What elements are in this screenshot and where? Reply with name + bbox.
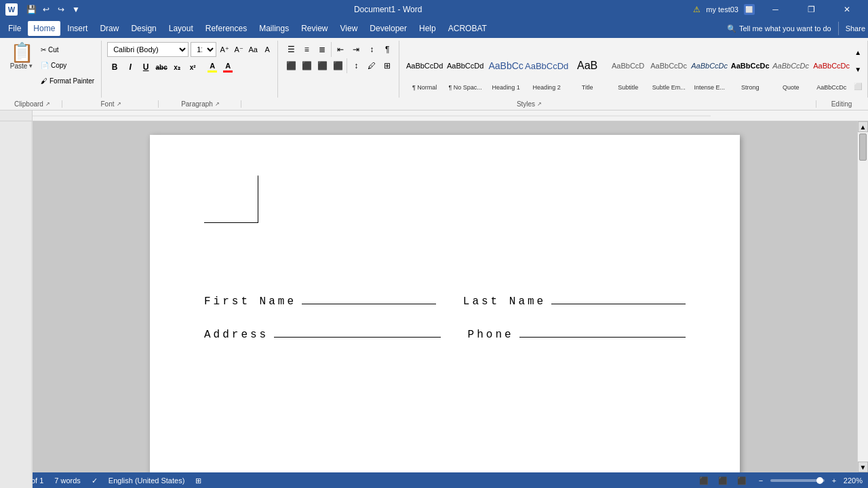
ruler-main — [33, 110, 868, 121]
scroll-down-button[interactable]: ▼ — [858, 462, 868, 472]
decrease-indent-button[interactable]: ⇤ — [333, 42, 348, 57]
cut-button[interactable]: ✂ Cut — [38, 42, 97, 57]
track-changes-icon: ⊞ — [195, 476, 201, 485]
font-size-select[interactable]: 11 — [191, 42, 216, 57]
menu-home[interactable]: Home — [28, 21, 60, 36]
style-normal[interactable]: AaBbCcDd ¶ Normal — [405, 45, 444, 93]
web-layout-view-button[interactable]: ⬛ — [716, 474, 730, 487]
zoom-slider-thumb[interactable] — [816, 477, 823, 484]
customize-quick-access[interactable]: ▼ — [69, 3, 83, 16]
increase-indent-button[interactable]: ⇥ — [349, 42, 363, 57]
style-subtle-em[interactable]: AaBbCcDc Subtle Em... — [649, 45, 688, 93]
style-heading1[interactable]: AaBbCc Heading 1 — [486, 45, 526, 93]
show-marks-button[interactable]: ¶ — [380, 42, 395, 57]
borders-button[interactable]: ⊞ — [380, 58, 395, 73]
style-no-space[interactable]: AaBbCcDd ¶ No Spac... — [446, 45, 485, 93]
numbering-button[interactable]: ≡ — [299, 42, 314, 57]
vertical-scrollbar[interactable]: ▲ ▼ — [857, 121, 868, 472]
restore-info-icon[interactable]: ⬜ — [744, 4, 755, 15]
redo-button[interactable]: ↪ — [54, 3, 68, 16]
menu-review[interactable]: Review — [296, 21, 333, 36]
style-extra[interactable]: AaBbCcDc AaBbCcDc — [812, 45, 851, 93]
align-right-button[interactable]: ⬛ — [315, 58, 330, 73]
save-button[interactable]: 💾 — [24, 3, 38, 16]
shrink-font-button[interactable]: A⁻ — [233, 43, 245, 56]
clear-format-button[interactable]: A — [261, 43, 273, 56]
search-icon: 🔍 — [727, 24, 736, 33]
bullets-button[interactable]: ☰ — [283, 42, 298, 57]
share-button[interactable]: Share — [846, 24, 865, 33]
style-intense-em[interactable]: AaBbCcDc Intense E... — [690, 45, 729, 93]
style-subtitle[interactable]: AaBbCcD Subtitle — [608, 45, 648, 93]
menu-draw[interactable]: Draw — [94, 21, 124, 36]
align-center-button[interactable]: ⬛ — [299, 58, 314, 73]
clipboard-group-label[interactable]: Clipboard ↗ — [3, 100, 62, 108]
menu-acrobat[interactable]: ACROBAT — [443, 21, 492, 36]
text-highlight-button[interactable]: A — [205, 60, 220, 75]
style-title[interactable]: AaB Title — [568, 45, 607, 93]
format-painter-button[interactable]: 🖌 Format Painter — [38, 73, 97, 88]
styles-expand[interactable]: ⬜ — [852, 79, 863, 93]
style-heading2[interactable]: AaBbCcDd Heading 2 — [527, 45, 566, 93]
paragraph-group-label[interactable]: Paragraph ↗ — [160, 100, 241, 108]
print-layout-view-button[interactable]: ⬛ — [697, 474, 711, 487]
scroll-thumb[interactable] — [859, 134, 867, 161]
strikethrough-button[interactable]: abc — [154, 60, 169, 75]
scroll-up-button[interactable]: ▲ — [858, 121, 868, 132]
styles-scroll-up[interactable]: ▲ — [852, 45, 863, 59]
menu-view[interactable]: View — [335, 21, 363, 36]
address-line[interactable] — [274, 324, 440, 338]
document-area[interactable]: First Name Last Name Address Phone — [33, 121, 857, 472]
first-name-line[interactable] — [302, 291, 436, 304]
change-case-button[interactable]: Aa — [247, 43, 259, 56]
menu-layout[interactable]: Layout — [163, 21, 199, 36]
font-color-button[interactable]: A — [220, 60, 235, 75]
read-view-button[interactable]: ⬛ — [735, 474, 749, 487]
close-button[interactable]: ✕ — [832, 0, 863, 19]
style-strong[interactable]: AaBbCcDc Strong — [730, 45, 770, 93]
scroll-track[interactable] — [858, 132, 868, 462]
font-group-label[interactable]: Font ↗ — [64, 100, 159, 108]
menu-file[interactable]: File — [3, 21, 26, 36]
paste-button[interactable]: 📋 Paste ▼ — [7, 42, 37, 71]
superscript-button[interactable]: x² — [185, 60, 200, 75]
menu-insert[interactable]: Insert — [62, 21, 93, 36]
paste-arrow: ▼ — [28, 63, 33, 69]
justify-button[interactable]: ⬛ — [330, 58, 345, 73]
style-quote[interactable]: AaBbCcDc Quote — [771, 45, 810, 93]
shading-button[interactable]: 🖊 — [364, 58, 379, 73]
last-name-label: Last Name — [463, 296, 546, 308]
align-left-button[interactable]: ⬛ — [283, 58, 298, 73]
zoom-in-button[interactable]: + — [827, 474, 841, 487]
style-subtitle-preview: AaBbCcD — [610, 47, 646, 84]
menu-developer[interactable]: Developer — [364, 21, 412, 36]
search-bar[interactable]: 🔍 Tell me what you want to do — [727, 24, 831, 33]
menu-references[interactable]: References — [200, 21, 252, 36]
sort-button[interactable]: ↕ — [364, 42, 379, 57]
document-page[interactable]: First Name Last Name Address Phone — [150, 135, 740, 472]
subscript-button[interactable]: x₂ — [170, 60, 184, 75]
menu-mailings[interactable]: Mailings — [254, 21, 294, 36]
last-name-line[interactable] — [551, 291, 686, 304]
menu-design[interactable]: Design — [125, 21, 161, 36]
phone-label: Phone — [468, 329, 514, 341]
zoom-slider[interactable] — [770, 479, 825, 482]
multilevel-list-button[interactable]: ≣ — [315, 42, 330, 57]
menu-help[interactable]: Help — [414, 21, 441, 36]
minimize-button[interactable]: ─ — [760, 0, 791, 19]
restore-button[interactable]: ❐ — [796, 0, 827, 19]
styles-group: AaBbCcDd ¶ Normal AaBbCcDd ¶ No Spac... … — [401, 41, 868, 98]
underline-button[interactable]: U — [138, 60, 153, 75]
italic-button[interactable]: I — [123, 60, 138, 75]
undo-button[interactable]: ↩ — [39, 3, 53, 16]
copy-button[interactable]: 📄 Copy — [38, 58, 97, 73]
styles-group-label[interactable]: Styles ↗ — [243, 100, 816, 108]
bold-button[interactable]: B — [107, 60, 122, 75]
line-spacing-button[interactable]: ↕ — [349, 58, 363, 73]
zoom-out-button[interactable]: − — [754, 474, 768, 487]
editing-group-label[interactable]: Editing — [818, 100, 865, 108]
font-name-select[interactable]: Calibri (Body) — [107, 42, 189, 57]
phone-line[interactable] — [519, 324, 686, 338]
styles-scroll-down[interactable]: ▼ — [852, 62, 863, 76]
grow-font-button[interactable]: A⁺ — [218, 43, 231, 56]
